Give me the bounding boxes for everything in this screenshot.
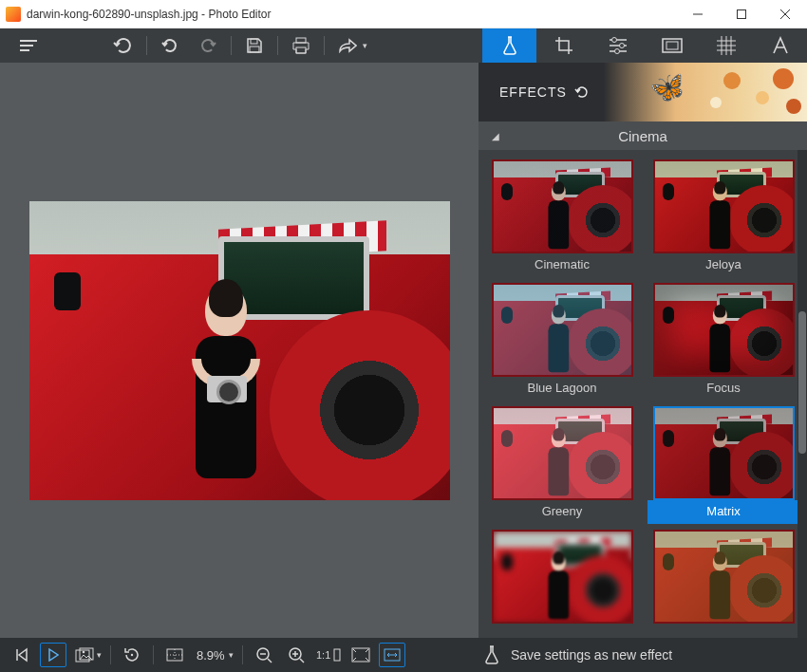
svg-rect-40 bbox=[334, 649, 340, 661]
effect-preview bbox=[492, 159, 633, 253]
zoom-in-button[interactable] bbox=[280, 638, 312, 672]
print-button[interactable] bbox=[282, 28, 320, 63]
effects-category-header[interactable]: ◢ Cinema bbox=[479, 121, 807, 150]
grid-small-icon bbox=[166, 648, 183, 662]
effects-section-label: EFFECTS bbox=[499, 84, 567, 100]
tab-texture[interactable] bbox=[699, 28, 753, 63]
chevron-down-icon[interactable]: ▾ bbox=[363, 41, 367, 50]
svg-rect-9 bbox=[296, 38, 306, 43]
panel-scrollbar[interactable] bbox=[798, 150, 807, 638]
app-icon bbox=[6, 7, 21, 22]
fit-screen-icon bbox=[351, 647, 370, 663]
svg-point-12 bbox=[611, 38, 616, 43]
first-image-button[interactable] bbox=[6, 638, 38, 672]
svg-rect-1 bbox=[738, 9, 746, 18]
effect-preview bbox=[653, 406, 795, 500]
play-slideshow-button[interactable] bbox=[40, 643, 66, 667]
window-minimize-button[interactable] bbox=[676, 0, 720, 28]
crop-icon bbox=[554, 36, 573, 55]
toolbar-separator bbox=[110, 645, 111, 664]
window-maximize-button[interactable] bbox=[720, 0, 763, 28]
effect-label bbox=[647, 624, 799, 633]
effect-thumb-focus[interactable]: Focus bbox=[647, 283, 799, 401]
save-as-effect-label: Save settings as new effect bbox=[511, 647, 672, 663]
chevron-down-icon[interactable]: ▾ bbox=[229, 650, 234, 660]
effects-panel-header[interactable]: EFFECTS 🦋 bbox=[479, 63, 807, 121]
toolbar-separator bbox=[324, 36, 325, 55]
menu-icon bbox=[20, 40, 37, 51]
toolbar-separator bbox=[146, 36, 147, 55]
svg-rect-10 bbox=[296, 47, 306, 53]
top-toolbar: ▾ bbox=[0, 28, 807, 63]
save-button[interactable] bbox=[235, 28, 273, 63]
tab-text[interactable] bbox=[753, 28, 807, 63]
share-button[interactable] bbox=[328, 28, 366, 63]
fit-width-button[interactable] bbox=[379, 643, 405, 667]
menu-button[interactable] bbox=[9, 28, 47, 63]
svg-line-36 bbox=[300, 659, 304, 663]
canvas-photo[interactable] bbox=[29, 201, 450, 500]
effects-panel: EFFECTS 🦋 ◢ Cinema CinematicJeloyaBlue L… bbox=[479, 63, 807, 638]
save-as-effect-button[interactable]: Save settings as new effect bbox=[413, 638, 741, 672]
svg-rect-18 bbox=[666, 42, 678, 49]
sliders-icon bbox=[608, 37, 629, 54]
redo-button[interactable] bbox=[189, 28, 227, 63]
tab-adjust[interactable] bbox=[591, 28, 645, 63]
one-to-one-icon: 1:1 bbox=[316, 647, 341, 663]
zoom-out-icon bbox=[255, 646, 272, 663]
svg-line-33 bbox=[268, 659, 272, 663]
svg-point-28 bbox=[131, 654, 133, 656]
frame-icon bbox=[662, 38, 683, 53]
effect-preview bbox=[492, 406, 633, 500]
effect-thumb-cinematic[interactable]: Cinematic bbox=[486, 159, 638, 277]
effect-preview bbox=[653, 530, 795, 624]
rotate-button[interactable] bbox=[116, 638, 148, 672]
undo-icon bbox=[574, 85, 590, 99]
effect-label: Focus bbox=[647, 377, 799, 401]
window-title: darwin-kong-602890-unsplash.jpg - Photo … bbox=[27, 8, 676, 21]
effect-thumb-blue-lagoon[interactable]: Blue Lagoon bbox=[486, 283, 638, 401]
undo-large-icon bbox=[113, 37, 134, 54]
effect-label: Cinematic bbox=[486, 253, 638, 277]
toolbar-separator bbox=[231, 36, 232, 55]
window-titlebar: darwin-kong-602890-unsplash.jpg - Photo … bbox=[0, 0, 807, 28]
effect-thumb-greeny[interactable]: Greeny bbox=[486, 406, 638, 524]
effect-label: Matrix bbox=[647, 500, 799, 524]
svg-rect-17 bbox=[663, 39, 682, 52]
effect-label: Blue Lagoon bbox=[486, 377, 638, 401]
undo-all-button[interactable] bbox=[104, 28, 142, 63]
bottom-toolbar: ▾ 8.9% ▾ 1:1 Save settings as new effect bbox=[0, 638, 807, 672]
toolbar-separator bbox=[277, 36, 278, 55]
undo-icon bbox=[161, 38, 178, 53]
zoom-level-text: 8.9% bbox=[191, 648, 233, 663]
tab-crop[interactable] bbox=[536, 28, 591, 63]
zoom-out-button[interactable] bbox=[248, 638, 280, 672]
tab-effects[interactable] bbox=[482, 28, 536, 63]
play-icon bbox=[47, 648, 59, 662]
zoom-presets-button[interactable] bbox=[159, 638, 191, 672]
tool-tabs bbox=[482, 28, 807, 63]
fit-screen-button[interactable] bbox=[345, 638, 377, 672]
panel-scrollbar-handle[interactable] bbox=[798, 311, 806, 454]
effect-label: Greeny bbox=[486, 500, 638, 524]
text-icon bbox=[771, 36, 790, 55]
gallery-icon bbox=[75, 647, 94, 663]
tab-frame[interactable] bbox=[645, 28, 699, 63]
undo-button[interactable] bbox=[151, 28, 189, 63]
effect-thumb-jeloya[interactable]: Jeloya bbox=[647, 159, 799, 277]
effect-thumb-matrix[interactable]: Matrix bbox=[647, 406, 799, 524]
window-close-button[interactable] bbox=[763, 0, 807, 28]
effect-label: Jeloya bbox=[647, 253, 799, 277]
toolbar-separator bbox=[153, 645, 154, 664]
canvas-area[interactable] bbox=[0, 63, 479, 638]
butterfly-decoration: 🦋 bbox=[647, 67, 687, 107]
chevron-down-icon[interactable]: ▾ bbox=[97, 650, 102, 660]
effect-thumb-item-6[interactable] bbox=[486, 530, 638, 633]
effect-preview bbox=[492, 283, 633, 377]
effect-thumb-item-7[interactable] bbox=[647, 530, 799, 633]
browse-images-button[interactable] bbox=[68, 638, 101, 672]
effect-preview bbox=[492, 530, 633, 624]
svg-text:1:1: 1:1 bbox=[316, 649, 330, 661]
svg-point-14 bbox=[619, 44, 624, 48]
actual-size-button[interactable]: 1:1 bbox=[312, 638, 345, 672]
